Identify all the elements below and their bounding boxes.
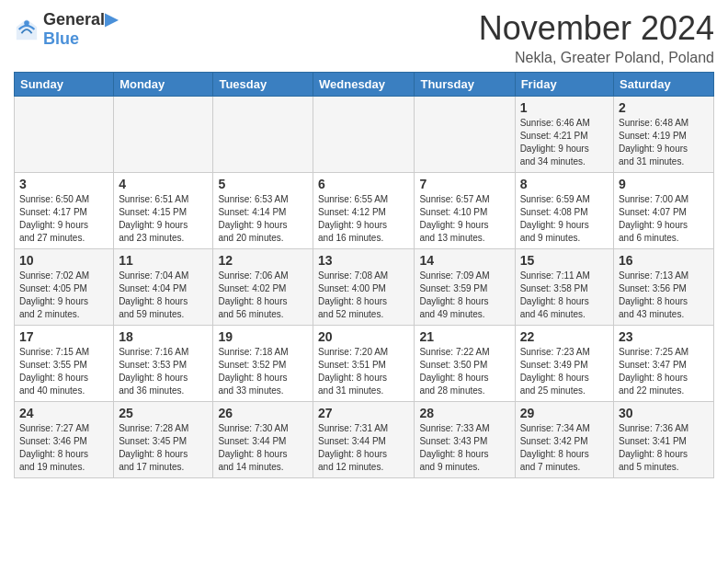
title-block: November 2024 Nekla, Greater Poland, Pol… <box>479 9 714 66</box>
weekday-header-sunday: Sunday <box>15 73 114 97</box>
calendar-week-row: 1Sunrise: 6:46 AM Sunset: 4:21 PM Daylig… <box>15 97 714 173</box>
svg-point-2 <box>24 20 29 26</box>
day-info: Sunrise: 7:28 AM Sunset: 3:45 PM Dayligh… <box>119 422 208 474</box>
day-info: Sunrise: 7:16 AM Sunset: 3:53 PM Dayligh… <box>119 346 208 397</box>
day-info: Sunrise: 6:50 AM Sunset: 4:17 PM Dayligh… <box>19 193 108 245</box>
weekday-header-friday: Friday <box>515 73 613 97</box>
calendar-cell: 13Sunrise: 7:08 AM Sunset: 4:00 PM Dayli… <box>313 249 415 326</box>
day-info: Sunrise: 6:46 AM Sunset: 4:21 PM Dayligh… <box>520 117 609 168</box>
day-info: Sunrise: 7:23 AM Sunset: 3:49 PM Dayligh… <box>520 346 609 397</box>
calendar-cell <box>15 97 114 173</box>
calendar-cell <box>114 97 213 173</box>
calendar-cell: 22Sunrise: 7:23 AM Sunset: 3:49 PM Dayli… <box>515 326 613 402</box>
day-info: Sunrise: 7:09 AM Sunset: 3:59 PM Dayligh… <box>419 270 509 321</box>
day-number: 14 <box>419 253 509 268</box>
day-number: 17 <box>19 329 108 344</box>
calendar-cell: 3Sunrise: 6:50 AM Sunset: 4:17 PM Daylig… <box>15 173 114 249</box>
weekday-header-saturday: Saturday <box>614 73 714 97</box>
calendar-cell: 14Sunrise: 7:09 AM Sunset: 3:59 PM Dayli… <box>415 249 515 326</box>
calendar-cell: 16Sunrise: 7:13 AM Sunset: 3:56 PM Dayli… <box>614 249 714 326</box>
calendar-cell: 9Sunrise: 7:00 AM Sunset: 4:07 PM Daylig… <box>614 173 714 249</box>
day-info: Sunrise: 7:06 AM Sunset: 4:02 PM Dayligh… <box>218 270 308 321</box>
day-info: Sunrise: 6:59 AM Sunset: 4:08 PM Dayligh… <box>520 193 609 245</box>
location: Nekla, Greater Poland, Poland <box>479 50 714 66</box>
logo: General▶ Blue <box>14 9 118 49</box>
day-number: 18 <box>119 329 208 344</box>
day-info: Sunrise: 7:27 AM Sunset: 3:46 PM Dayligh… <box>19 422 108 474</box>
day-info: Sunrise: 7:18 AM Sunset: 3:52 PM Dayligh… <box>218 346 308 397</box>
day-info: Sunrise: 7:04 AM Sunset: 4:04 PM Dayligh… <box>119 270 208 321</box>
calendar-cell <box>213 97 313 173</box>
day-number: 6 <box>318 177 409 191</box>
day-number: 27 <box>318 406 409 420</box>
day-info: Sunrise: 7:11 AM Sunset: 3:58 PM Dayligh… <box>520 270 609 321</box>
calendar-cell: 19Sunrise: 7:18 AM Sunset: 3:52 PM Dayli… <box>213 326 313 402</box>
calendar-cell: 12Sunrise: 7:06 AM Sunset: 4:02 PM Dayli… <box>213 249 313 326</box>
calendar-cell <box>415 97 515 173</box>
day-info: Sunrise: 7:15 AM Sunset: 3:55 PM Dayligh… <box>19 346 108 397</box>
day-number: 20 <box>318 329 409 344</box>
calendar-cell: 6Sunrise: 6:55 AM Sunset: 4:12 PM Daylig… <box>313 173 415 249</box>
calendar-cell: 29Sunrise: 7:34 AM Sunset: 3:42 PM Dayli… <box>515 402 613 478</box>
calendar-cell: 24Sunrise: 7:27 AM Sunset: 3:46 PM Dayli… <box>15 402 114 478</box>
calendar-cell: 15Sunrise: 7:11 AM Sunset: 3:58 PM Dayli… <box>515 249 613 326</box>
day-info: Sunrise: 7:20 AM Sunset: 3:51 PM Dayligh… <box>318 346 409 397</box>
day-info: Sunrise: 7:34 AM Sunset: 3:42 PM Dayligh… <box>520 422 609 474</box>
day-number: 26 <box>218 406 308 420</box>
day-info: Sunrise: 7:36 AM Sunset: 3:41 PM Dayligh… <box>619 422 709 474</box>
calendar-cell: 7Sunrise: 6:57 AM Sunset: 4:10 PM Daylig… <box>415 173 515 249</box>
calendar-cell: 8Sunrise: 6:59 AM Sunset: 4:08 PM Daylig… <box>515 173 613 249</box>
calendar-cell: 18Sunrise: 7:16 AM Sunset: 3:53 PM Dayli… <box>114 326 213 402</box>
day-info: Sunrise: 7:02 AM Sunset: 4:05 PM Dayligh… <box>19 270 108 321</box>
day-info: Sunrise: 7:08 AM Sunset: 4:00 PM Dayligh… <box>318 270 409 321</box>
day-info: Sunrise: 7:13 AM Sunset: 3:56 PM Dayligh… <box>619 270 709 321</box>
weekday-header-tuesday: Tuesday <box>213 73 313 97</box>
calendar-cell: 21Sunrise: 7:22 AM Sunset: 3:50 PM Dayli… <box>415 326 515 402</box>
day-number: 9 <box>619 177 709 191</box>
day-number: 7 <box>419 177 509 191</box>
day-info: Sunrise: 6:48 AM Sunset: 4:19 PM Dayligh… <box>619 117 709 168</box>
calendar-cell: 10Sunrise: 7:02 AM Sunset: 4:05 PM Dayli… <box>15 249 114 326</box>
day-number: 13 <box>318 253 409 268</box>
day-info: Sunrise: 7:30 AM Sunset: 3:44 PM Dayligh… <box>218 422 308 474</box>
day-number: 29 <box>520 406 609 420</box>
weekday-header-monday: Monday <box>114 73 213 97</box>
calendar-cell: 23Sunrise: 7:25 AM Sunset: 3:47 PM Dayli… <box>614 326 714 402</box>
day-number: 3 <box>19 177 108 191</box>
day-number: 30 <box>619 406 709 420</box>
day-info: Sunrise: 6:55 AM Sunset: 4:12 PM Dayligh… <box>318 193 409 245</box>
calendar-week-row: 24Sunrise: 7:27 AM Sunset: 3:46 PM Dayli… <box>15 402 714 478</box>
calendar-cell: 20Sunrise: 7:20 AM Sunset: 3:51 PM Dayli… <box>313 326 415 402</box>
calendar-cell: 2Sunrise: 6:48 AM Sunset: 4:19 PM Daylig… <box>614 97 714 173</box>
day-number: 5 <box>218 177 308 191</box>
day-number: 23 <box>619 329 709 344</box>
day-number: 11 <box>119 253 208 268</box>
calendar-week-row: 17Sunrise: 7:15 AM Sunset: 3:55 PM Dayli… <box>15 326 714 402</box>
day-info: Sunrise: 7:33 AM Sunset: 3:43 PM Dayligh… <box>419 422 509 474</box>
day-number: 22 <box>520 329 609 344</box>
day-number: 24 <box>19 406 108 420</box>
logo-text: General▶ Blue <box>43 9 118 49</box>
day-number: 15 <box>520 253 609 268</box>
day-number: 19 <box>218 329 308 344</box>
calendar-cell: 4Sunrise: 6:51 AM Sunset: 4:15 PM Daylig… <box>114 173 213 249</box>
day-number: 1 <box>520 100 609 115</box>
day-info: Sunrise: 7:25 AM Sunset: 3:47 PM Dayligh… <box>619 346 709 397</box>
day-number: 4 <box>119 177 208 191</box>
day-info: Sunrise: 6:53 AM Sunset: 4:14 PM Dayligh… <box>218 193 308 245</box>
calendar-cell: 25Sunrise: 7:28 AM Sunset: 3:45 PM Dayli… <box>114 402 213 478</box>
calendar-cell: 1Sunrise: 6:46 AM Sunset: 4:21 PM Daylig… <box>515 97 613 173</box>
day-number: 2 <box>619 100 709 115</box>
day-number: 8 <box>520 177 609 191</box>
weekday-header-row: SundayMondayTuesdayWednesdayThursdayFrid… <box>15 73 714 97</box>
day-info: Sunrise: 7:22 AM Sunset: 3:50 PM Dayligh… <box>419 346 509 397</box>
calendar-cell: 30Sunrise: 7:36 AM Sunset: 3:41 PM Dayli… <box>614 402 714 478</box>
day-number: 16 <box>619 253 709 268</box>
day-info: Sunrise: 7:00 AM Sunset: 4:07 PM Dayligh… <box>619 193 709 245</box>
day-number: 25 <box>119 406 208 420</box>
logo-icon <box>14 17 40 42</box>
day-info: Sunrise: 6:57 AM Sunset: 4:10 PM Dayligh… <box>419 193 509 245</box>
weekday-header-wednesday: Wednesday <box>313 73 415 97</box>
day-info: Sunrise: 7:31 AM Sunset: 3:44 PM Dayligh… <box>318 422 409 474</box>
day-info: Sunrise: 6:51 AM Sunset: 4:15 PM Dayligh… <box>119 193 208 245</box>
